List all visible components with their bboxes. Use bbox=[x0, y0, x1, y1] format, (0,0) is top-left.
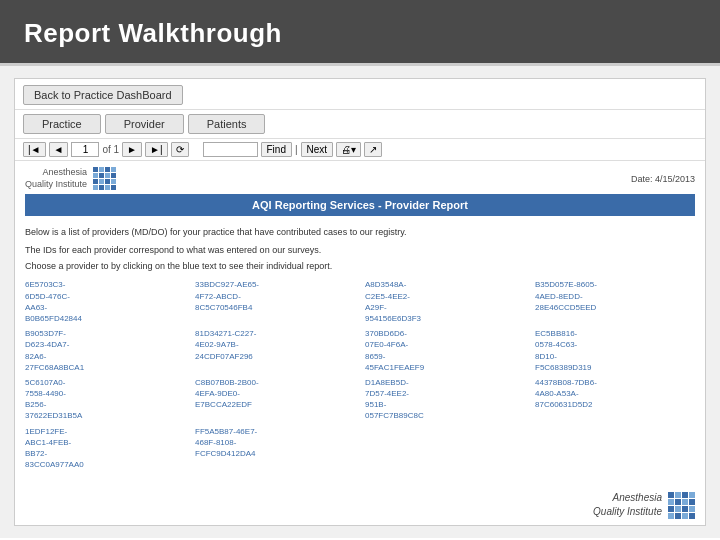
report-instruction: Choose a provider to by clicking on the … bbox=[25, 261, 695, 271]
report-header-area: Anesthesia Quality Institute Date: 4/15/… bbox=[15, 161, 705, 194]
report-title-bar: AQI Reporting Services - Provider Report bbox=[25, 194, 695, 216]
report-logo: Anesthesia Quality Institute bbox=[25, 167, 116, 190]
report-footer: Anesthesia Quality Institute bbox=[15, 487, 705, 525]
footer-logo-text: Anesthesia Quality Institute bbox=[593, 491, 662, 519]
provider-id-12[interactable]: 1EDF12FE-ABC1-4FEB-BB72-83CC0A977AA0 bbox=[25, 426, 185, 471]
find-input[interactable] bbox=[203, 142, 258, 157]
find-separator: | bbox=[295, 144, 298, 155]
find-button[interactable]: Find bbox=[261, 142, 292, 157]
provider-grid: 6E5703C3-6D5D-476C-AA63-B0B65FD42844 33B… bbox=[25, 279, 695, 470]
provider-id-13[interactable]: FF5A5B87-46E7-468F-8108-FCFC9D412DA4 bbox=[195, 426, 355, 471]
tab-patients[interactable]: Patients bbox=[188, 114, 266, 134]
report-intro-line2: The IDs for each provider correspond to … bbox=[25, 244, 695, 258]
export-button[interactable]: ↗ bbox=[364, 142, 382, 157]
report-content: Below is a list of providers (MD/DO) for… bbox=[15, 222, 705, 487]
toolbar: Back to Practice DashBoard bbox=[15, 79, 705, 110]
print-dropdown-button[interactable]: 🖨▾ bbox=[336, 142, 361, 157]
provider-id-0[interactable]: 6E5703C3-6D5D-476C-AA63-B0B65FD42844 bbox=[25, 279, 185, 324]
tab-row: Practice Provider Patients bbox=[15, 110, 705, 139]
provider-id-9[interactable]: C8B07B0B-2B00-4EFA-9DE0-E7BCCA22EDF bbox=[195, 377, 355, 422]
logo-grid-icon bbox=[93, 167, 116, 190]
provider-id-3[interactable]: B35D057E-8605-4AED-8EDD-28E46CCD5EED bbox=[535, 279, 695, 324]
nav-first-button[interactable]: |◄ bbox=[23, 142, 46, 157]
provider-id-11[interactable]: 44378B08-7DB6-4A80-A53A-87C60631D5D2 bbox=[535, 377, 695, 422]
provider-id-5[interactable]: 81D34271-C227-4E02-9A7B-24CDF07AF296 bbox=[195, 328, 355, 373]
nav-refresh-button[interactable]: ⟳ bbox=[171, 142, 189, 157]
inner-panel: Back to Practice DashBoard Practice Prov… bbox=[14, 78, 706, 526]
nav-next-button[interactable]: ► bbox=[122, 142, 142, 157]
nav-prev-button[interactable]: ◄ bbox=[49, 142, 69, 157]
provider-id-1[interactable]: 33BDC927-AE65-4F72-ABCD-8C5C70546FB4 bbox=[195, 279, 355, 324]
page-of-text: of 1 bbox=[102, 144, 119, 155]
tab-practice[interactable]: Practice bbox=[23, 114, 101, 134]
footer-logo-grid-icon bbox=[668, 492, 695, 519]
back-button[interactable]: Back to Practice DashBoard bbox=[23, 85, 183, 105]
report-intro-line1: Below is a list of providers (MD/DO) for… bbox=[25, 226, 695, 240]
page-number-input[interactable]: 1 bbox=[71, 142, 99, 157]
nav-last-button[interactable]: ►| bbox=[145, 142, 168, 157]
report-date: Date: 4/15/2013 bbox=[631, 174, 695, 184]
provider-id-2[interactable]: A8D3548A-C2E5-4EE2-A29F-954156E6D3F3 bbox=[365, 279, 525, 324]
provider-id-10[interactable]: D1A8EB5D-7D57-4EE2-951B-057FC7B89C8C bbox=[365, 377, 525, 422]
provider-id-7[interactable]: EC5BB816-0578-4C63-8D10-F5C68389D319 bbox=[535, 328, 695, 373]
content-area: Back to Practice DashBoard Practice Prov… bbox=[0, 66, 720, 538]
navigation-row: |◄ ◄ 1 of 1 ► ►| ⟳ Find | Next 🖨▾ ↗ bbox=[15, 139, 705, 161]
next-button[interactable]: Next bbox=[301, 142, 334, 157]
page-header: Report Walkthrough bbox=[0, 0, 720, 66]
report-logo-text: Anesthesia Quality Institute bbox=[25, 167, 87, 190]
provider-id-8[interactable]: 5C6107A0-7558-4490-B256-37622ED31B5A bbox=[25, 377, 185, 422]
report-body: Anesthesia Quality Institute Date: 4/15/… bbox=[15, 161, 705, 525]
provider-id-4[interactable]: B9053D7F-D623-4DA7-82A6-27FC68A8BCA1 bbox=[25, 328, 185, 373]
page-title: Report Walkthrough bbox=[24, 18, 282, 48]
provider-id-6[interactable]: 370BD6D6-07E0-4F6A-8659-45FAC1FEAEF9 bbox=[365, 328, 525, 373]
tab-provider[interactable]: Provider bbox=[105, 114, 184, 134]
